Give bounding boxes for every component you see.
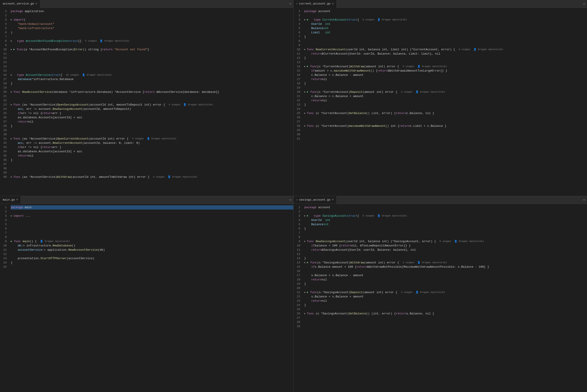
tab-current-account[interactable]: ✓ current_account.go × <box>293 0 337 8</box>
code-line: Limit int <box>304 30 587 35</box>
code-line <box>304 116 587 120</box>
tab-menu-btn-1[interactable]: ⋯ <box>287 2 293 6</box>
code-line: ▶▶ func (c *CurrentAccount) Deposit(amou… <box>304 90 587 94</box>
code-line: ▶▶ func (c *CurrentAccount) Withdraw(amo… <box>304 64 587 69</box>
code-line <box>304 210 587 214</box>
code-line: package account <box>304 205 587 210</box>
tab-checkmark: ✓ <box>296 2 298 5</box>
code-line: ▶import ... <box>11 214 293 218</box>
code-line: ▶type AccountService struct { 16 usages … <box>11 73 293 77</box>
code-line: } <box>304 35 587 39</box>
code-line <box>304 316 587 320</box>
code-line <box>11 52 293 56</box>
code-line <box>11 226 293 231</box>
tab-menu-btn-2[interactable]: ⋯ <box>581 2 587 6</box>
tab-menu-btn-4[interactable]: ⋯ <box>581 198 587 202</box>
code-line: presentation.StartHTTPServer(accountServ… <box>11 256 293 260</box>
code-line: ▶▶ func (a *AccountNotFoundException) Er… <box>11 48 293 52</box>
code-line <box>304 39 587 43</box>
code-line: } <box>11 158 293 162</box>
code-line <box>304 86 587 90</box>
code-line: ▶func (s *SavingsAccount) GetBalance() (… <box>304 312 587 316</box>
code-line <box>11 210 293 214</box>
code-line: ▶▶ func (s *SavingsAccount) Withdraw(amo… <box>304 260 587 265</box>
code-line: if err != nil { return err } <box>11 145 293 150</box>
code-line: return nil <box>304 98 587 103</box>
code-line: } <box>304 226 587 231</box>
code-line <box>11 60 293 64</box>
tab-account-service[interactable]: account_service.go × <box>0 0 40 8</box>
code-content-4: package account ▶▶ type SavingsAccount s… <box>302 204 587 392</box>
code-line <box>11 252 293 256</box>
code-line: db := infrastructure.NewDatabase() <box>11 244 293 248</box>
tab-bar-1: account_service.go × ⋯ <box>0 0 293 8</box>
code-line <box>11 86 293 90</box>
code-line: ▶▶ type SavingsAccount struct { 5 usages… <box>304 214 587 218</box>
tab-close[interactable]: × <box>332 198 334 201</box>
tab-label: current_account.go <box>299 2 330 5</box>
code-line: acc, err := account.NewCurrentAccount(ac… <box>11 141 293 145</box>
code-area-1[interactable]: 1234567891011121314151617181920212223242… <box>0 8 293 196</box>
code-line <box>11 166 293 170</box>
code-line: ▶func (as *AccountService) OpenCurrentAc… <box>11 137 293 141</box>
code-line: return nil <box>11 120 293 124</box>
code-area-4[interactable]: 1234567891011121314151617181920212223242… <box>293 204 587 392</box>
tab-main[interactable]: main.go × <box>0 196 21 204</box>
code-line <box>11 235 293 239</box>
code-line: ▶func (c *CurrentAccount) maximumWithdra… <box>304 124 587 128</box>
code-line: } <box>11 124 293 128</box>
tab-savings-account[interactable]: ✓ savings_account.go × <box>293 196 337 204</box>
code-line: as.database.Accounts[accountId] = acc <box>11 150 293 154</box>
tab-close[interactable]: × <box>332 2 334 5</box>
code-line: UserId int <box>304 218 587 222</box>
code-line <box>11 35 293 39</box>
code-line <box>11 231 293 235</box>
code-line: s.Balance = s.Balance - amount <box>304 273 587 278</box>
code-line <box>304 137 587 141</box>
code-line <box>11 128 293 132</box>
code-content-1: package application ▶import ( "bank/doma… <box>9 8 293 196</box>
code-line <box>11 132 293 137</box>
code-line: return nil <box>304 299 587 303</box>
pane-current-account: ✓ current_account.go × ⋯ 123456789101112… <box>293 0 587 196</box>
code-line: as.database.Accounts[accountId] = acc <box>11 116 293 120</box>
tab-label: main.go <box>3 198 15 202</box>
code-line: } <box>304 82 587 86</box>
code-line <box>11 64 293 69</box>
code-line: ▶func NewAccountService(database *infras… <box>11 90 293 94</box>
code-line: if balance < 100 { return nil, &TooLowDe… <box>304 244 587 248</box>
code-line <box>11 56 293 60</box>
code-line: } <box>304 303 587 307</box>
code-line: Balance int <box>304 26 587 30</box>
code-line: return nil <box>304 77 587 82</box>
code-line <box>11 43 293 48</box>
code-line: if err != nil { return err } <box>11 111 293 116</box>
tab-close[interactable]: × <box>16 198 18 201</box>
tab-checkmark-2: ✓ <box>296 198 298 202</box>
code-line: ) <box>11 30 293 35</box>
code-line: ▶func (c *CurrentAccount) GetBalance() (… <box>304 111 587 116</box>
line-numbers-3: 123456789101112131415 <box>0 204 9 392</box>
code-line <box>304 286 587 290</box>
code-line: ▶func (as *AccountService) Withdraw(acco… <box>11 175 293 179</box>
code-line <box>11 69 293 73</box>
code-line <box>11 98 293 103</box>
code-line <box>304 107 587 111</box>
code-line: } <box>11 82 293 86</box>
tab-menu-btn-3[interactable]: ⋯ <box>287 198 293 202</box>
code-area-3[interactable]: 123456789101112131415 package main ▶impo… <box>0 204 293 392</box>
tab-close[interactable]: × <box>35 2 37 5</box>
code-line <box>304 132 587 137</box>
code-line <box>304 43 587 48</box>
code-line: ▶import ( <box>11 18 293 22</box>
code-line <box>304 235 587 239</box>
pane-main: main.go × ⋯ 123456789101112131415 packag… <box>0 196 293 392</box>
code-line: c.Balance = c.Balance + amount <box>304 94 587 98</box>
pane-savings-account: ✓ savings_account.go × ⋯ 123456789101112… <box>293 196 587 392</box>
tab-bar-2: ✓ current_account.go × ⋯ <box>293 0 587 8</box>
code-line <box>304 14 587 18</box>
code-area-2[interactable]: 1234567891011121314151617181920212223242… <box>293 8 587 196</box>
pane-account-service: account_service.go × ⋯ 12345678910111213… <box>0 0 293 196</box>
code-line <box>304 324 587 328</box>
code-line: } <box>304 282 587 286</box>
